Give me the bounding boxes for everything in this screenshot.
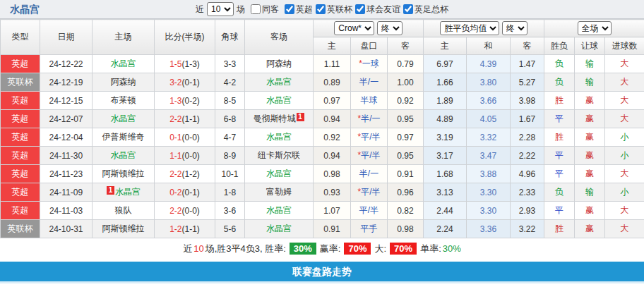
home-team-link[interactable]: 伊普斯维奇 (93, 128, 155, 147)
away-team-link[interactable]: 水晶宫 (245, 128, 314, 147)
score-cell[interactable]: 0-1(0-0) (155, 128, 215, 147)
away-team-name: 水晶宫 (266, 77, 292, 87)
avg-odds-select[interactable]: 胜平负均值 (440, 21, 499, 35)
avg-draw-odds: 3.30 (467, 202, 511, 220)
avg-away-odds: 4.96 (511, 165, 544, 183)
avg-state-select[interactable]: 终 (502, 21, 527, 35)
big-rate-label: 大: (374, 243, 386, 255)
win-rate-badge: 30% (290, 243, 316, 255)
handicap-outcome: 赢 (575, 165, 605, 183)
home-team-link[interactable]: 阿斯顿维拉 (93, 165, 155, 183)
single-rate-value: 30% (443, 243, 461, 254)
home-team-link[interactable]: 阿斯顿维拉 (93, 220, 155, 238)
away-team-name: 水晶宫 (266, 205, 292, 215)
red-card-icon: 1 (107, 186, 114, 195)
away-team-link[interactable]: 水晶宫 (245, 165, 314, 183)
away-team-link[interactable]: 富勒姆 (245, 183, 314, 202)
handicap-cell: *一球 (351, 55, 388, 73)
avg-away-odds: 2.33 (511, 183, 544, 202)
handicap-outcome: 赢 (575, 92, 605, 110)
score-cell[interactable]: 2-2(1-1) (155, 110, 215, 128)
avg-draw-odds: 3.30 (467, 183, 511, 202)
score-cell[interactable]: 2-2(0-0) (155, 202, 215, 220)
home-team-link[interactable]: 1水晶宫 (93, 183, 155, 202)
result-outcome: 胜 (544, 128, 575, 147)
away-team-link[interactable]: 水晶宫 (245, 73, 314, 92)
home-team-link[interactable]: 水晶宫 (93, 110, 155, 128)
summary-count: 10 (193, 243, 203, 254)
top-filter-bar: 水晶宫 近 10 场 同客 英超英联杯球会友谊英足总杯 (0, 0, 644, 19)
score-cell[interactable]: 0-2(0-1) (155, 183, 215, 202)
home-team-link[interactable]: 水晶宫 (93, 147, 155, 165)
home-team-link[interactable]: 阿森纳 (93, 73, 155, 92)
big-rate-badge: 70% (390, 243, 417, 255)
away-team-link[interactable]: 水晶宫 (245, 202, 314, 220)
score-cell[interactable]: 2-2(1-2) (155, 165, 215, 183)
scope-select[interactable]: 全场 (578, 21, 612, 35)
home-team-link[interactable]: 布莱顿 (93, 92, 155, 110)
avg-away-odds: 5.27 (511, 73, 544, 92)
result-outcome: 平 (544, 202, 575, 220)
result-outcome: 负 (544, 73, 575, 92)
fulltime-score: 1-2 (169, 224, 181, 234)
match-count-select[interactable]: 10 (207, 2, 234, 16)
away-team-name: 水晶宫 (266, 169, 292, 178)
away-team-link[interactable]: 水晶宫 (245, 220, 314, 238)
avg-draw-odds: 3.36 (467, 220, 511, 238)
score-cell[interactable]: 1-1(0-0) (155, 147, 215, 165)
fulltime-score: 0-2 (169, 188, 181, 197)
col-header-handicap-res: 让球 (575, 37, 605, 55)
match-rows: 英超24-12-22水晶宫1-5(1-3)3-3阿森纳1.11*一球0.796.… (1, 55, 644, 238)
odds-company-select[interactable]: Crow* (334, 21, 374, 35)
summary-near: 近 (183, 243, 192, 255)
league-type-badge: 英超 (1, 55, 40, 73)
match-date: 24-10-31 (40, 220, 93, 238)
avg-away-odds: 3.22 (511, 220, 544, 238)
odds-home: 1.07 (314, 202, 351, 220)
match-date: 24-11-09 (40, 183, 93, 202)
home-team-link[interactable]: 狼队 (93, 202, 155, 220)
league-filter-2[interactable]: 球会友谊 (352, 4, 400, 16)
corner-count: 1-8 (215, 183, 245, 202)
league-filter-checkbox[interactable] (403, 4, 413, 14)
avg-draw-odds: 3.47 (467, 147, 511, 165)
avg-draw-odds: 3.88 (467, 165, 511, 183)
away-team-link[interactable]: 曼彻斯特城1 (245, 110, 314, 128)
home-team-link[interactable]: 水晶宫 (93, 55, 155, 73)
league-filter-checkbox[interactable] (316, 4, 326, 14)
goals-outcome: 大 (605, 55, 644, 73)
league-filter-text: 英超 (296, 4, 313, 16)
handicap-value: 平/半 (361, 187, 380, 197)
away-team-link[interactable]: 纽卡斯尔联 (245, 147, 314, 165)
away-team-link[interactable]: 阿森纳 (245, 55, 314, 73)
league-filter-0[interactable]: 英超 (282, 4, 313, 16)
away-team-link[interactable]: 水晶宫 (245, 92, 314, 110)
handicap-cell: 半/一 (351, 165, 388, 183)
score-cell[interactable]: 1-3(0-2) (155, 92, 215, 110)
goals-outcome: 大 (605, 220, 644, 238)
league-filter-1[interactable]: 英联杯 (313, 4, 352, 16)
avg-home-odds: 2.24 (424, 220, 467, 238)
match-row: 英超24-12-07水晶宫2-2(1-1)6-8曼彻斯特城10.94*半/一0.… (1, 110, 644, 128)
league-type-badge: 英联杯 (1, 73, 40, 92)
same-away-checkbox-label[interactable]: 同客 (248, 4, 279, 16)
league-filter-checkbox[interactable] (285, 4, 294, 14)
same-away-checkbox[interactable] (251, 4, 261, 14)
odds-away: 0.95 (388, 147, 424, 165)
result-outcome: 胜 (544, 220, 575, 238)
handicap-outcome: 输 (575, 55, 605, 73)
league-type-badge: 英联杯 (1, 220, 40, 238)
fulltime-score: 0-1 (169, 133, 181, 142)
league-filter-checkbox[interactable] (355, 4, 365, 14)
score-cell[interactable]: 1-2(1-1) (155, 220, 215, 238)
handicap-value: 平手 (361, 224, 378, 233)
avg-away-odds: 2.28 (511, 128, 544, 147)
score-cell[interactable]: 3-2(0-1) (155, 73, 215, 92)
league-filter-3[interactable]: 英足总杯 (400, 4, 448, 16)
result-outcome: 负 (544, 183, 575, 202)
match-history-table: 类型 日期 主场 比分(半场) 角球 客场 Crow* 终 胜平负均值 终 全场… (0, 19, 644, 238)
league-type-badge: 英超 (1, 92, 40, 110)
score-cell[interactable]: 1-5(1-3) (155, 55, 215, 73)
halftime-score: (0-0) (182, 151, 200, 161)
odds-state-select[interactable]: 终 (377, 21, 402, 35)
